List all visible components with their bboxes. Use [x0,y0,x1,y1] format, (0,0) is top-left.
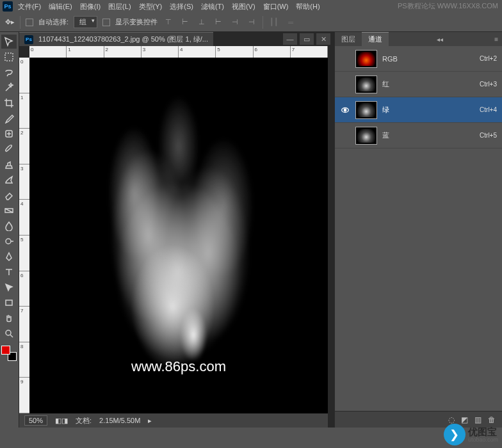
tab-channels[interactable]: 通道 [362,32,389,46]
align-left-icon[interactable]: ⊢ [213,17,224,28]
svg-point-5 [6,330,11,335]
visibility-toggle[interactable] [340,79,350,90]
foreground-swatch[interactable] [1,346,10,355]
channel-name: 红 [382,79,389,89]
channel-row-rgb[interactable]: RGB Ctrl+2 [335,46,502,72]
tab-strip: Ps 11074431_122403780263_2.jpg @ 50% (图层… [19,32,334,46]
visibility-toggle[interactable] [340,131,350,141]
menu-layer[interactable]: 图层(L) [108,2,131,12]
gradient-tool[interactable] [1,204,17,218]
window-minimize-button[interactable]: — [283,33,297,45]
separator [20,16,20,29]
save-selection-icon[interactable]: ◩ [461,415,468,424]
vertical-ruler: 0123456789 [19,58,29,413]
align-right-icon[interactable]: ⊣ [246,17,257,28]
menu-view[interactable]: 视图(V) [232,2,255,12]
document-tab-title: 11074431_122403780263_2.jpg @ 50% (图层 1,… [38,35,208,44]
channel-shortcut: Ctrl+5 [480,132,497,139]
canvas[interactable]: www.86ps.com [29,58,328,413]
window-close-button[interactable]: ✕ [316,33,330,45]
healing-brush-tool[interactable] [1,127,17,141]
align-vcenter-icon[interactable]: ⊢ [179,17,191,28]
file-info-value: 2.15M/5.50M [99,417,140,424]
new-channel-icon[interactable]: ▥ [474,415,482,424]
separator [263,16,263,29]
dodge-tool[interactable] [1,234,17,248]
crop-tool[interactable] [1,96,17,110]
eyedropper-tool[interactable] [1,111,17,125]
status-bar: 50% ◧◨ 文档: 2.15M/5.50M ▸ [19,413,328,428]
history-brush-tool[interactable] [1,173,17,187]
distribute-h-icon[interactable]: ┃┃ [268,17,280,28]
document-area: Ps 11074431_122403780263_2.jpg @ 50% (图层… [19,32,334,428]
svg-rect-4 [6,300,12,305]
doc-stats-icon[interactable]: ◧◨ [55,417,68,425]
top-watermark: PS教程论坛 WWW.16XX8.COM [398,1,498,11]
panel-collapse-icon[interactable]: ◂◂ [433,36,447,43]
tools-panel [0,32,19,428]
load-selection-icon[interactable]: ◌ [448,415,455,424]
auto-select-dropdown[interactable]: 组 [74,16,97,28]
zoom-tool[interactable] [1,326,17,340]
marquee-tool[interactable] [1,50,17,64]
menu-help[interactable]: 帮助(H) [296,2,320,12]
svg-point-3 [6,239,11,244]
channel-shortcut: Ctrl+2 [480,55,497,62]
align-hcenter-icon[interactable]: ⊣ [229,17,241,28]
color-swatches[interactable] [1,346,17,361]
ps-file-icon: Ps [24,35,33,44]
rectangle-tool[interactable] [1,296,17,310]
file-info-flyout-icon[interactable]: ▸ [148,417,152,425]
channel-thumbnail [355,127,377,145]
panels-area: 图层 通道 ◂◂ ≡ RGB Ctrl+2 红 Ctrl+3 绿 [334,32,502,428]
app-logo: Ps [3,1,13,12]
delete-channel-icon[interactable]: 🗑 [488,415,496,424]
align-bottom-icon[interactable]: ⊥ [196,17,207,28]
magic-wand-tool[interactable] [1,81,17,95]
document-tab[interactable]: Ps 11074431_122403780263_2.jpg @ 50% (图层… [19,32,213,46]
menu-image[interactable]: 图像(I) [80,2,101,12]
path-selection-tool[interactable] [1,280,17,294]
menu-filter[interactable]: 滤镜(T) [201,2,224,12]
channel-row-red[interactable]: 红 Ctrl+3 [335,72,502,97]
options-bar: ✥▸ 自动选择: 组 显示变换控件 ⊤ ⊢ ⊥ ⊢ ⊣ ⊣ ┃┃ ═ [0,13,502,32]
channels-list: RGB Ctrl+2 红 Ctrl+3 绿 Ctrl+4 蓝 Ctrl+5 [335,46,502,411]
eraser-tool[interactable] [1,188,17,202]
move-tool[interactable] [1,35,17,49]
blur-tool[interactable] [1,219,17,233]
visibility-toggle[interactable] [340,54,350,64]
menu-file[interactable]: 文件(F) [18,2,41,12]
window-maximize-button[interactable]: ▭ [300,33,314,45]
panel-menu-icon[interactable]: ≡ [490,36,502,43]
channel-thumbnail [355,76,377,93]
type-tool[interactable] [1,265,17,279]
move-tool-icon[interactable]: ✥▸ [5,18,15,26]
visibility-toggle[interactable] [340,105,350,115]
transform-controls-checkbox[interactable] [102,19,110,26]
auto-select-checkbox[interactable] [26,19,33,26]
brush-tool[interactable] [1,142,17,156]
clone-stamp-tool[interactable] [1,157,17,172]
channel-row-blue[interactable]: 蓝 Ctrl+5 [335,123,502,148]
hand-tool[interactable] [1,311,17,325]
channel-row-green[interactable]: 绿 Ctrl+4 [335,97,502,123]
bird-icon: ❯ [444,424,466,445]
channel-name: 蓝 [382,131,389,140]
horizontal-ruler: 01234567 [29,46,328,58]
svg-point-7 [344,109,346,111]
lasso-tool[interactable] [1,65,17,79]
file-info-label: 文档: [76,416,92,426]
pen-tool[interactable] [1,250,17,264]
distribute-v-icon[interactable]: ═ [285,17,296,28]
align-top-icon[interactable]: ⊤ [163,17,174,28]
tab-layers[interactable]: 图层 [335,32,362,46]
brand-name: 优图宝 [468,427,498,436]
menu-edit[interactable]: 编辑(E) [49,2,72,12]
menu-window[interactable]: 窗口(W) [263,2,289,12]
channel-name: 绿 [382,105,389,115]
menu-select[interactable]: 选择(S) [170,2,193,12]
zoom-field[interactable]: 50% [24,415,47,426]
channel-name: RGB [382,55,398,63]
menu-type[interactable]: 类型(Y) [139,2,163,12]
svg-rect-0 [5,53,13,61]
